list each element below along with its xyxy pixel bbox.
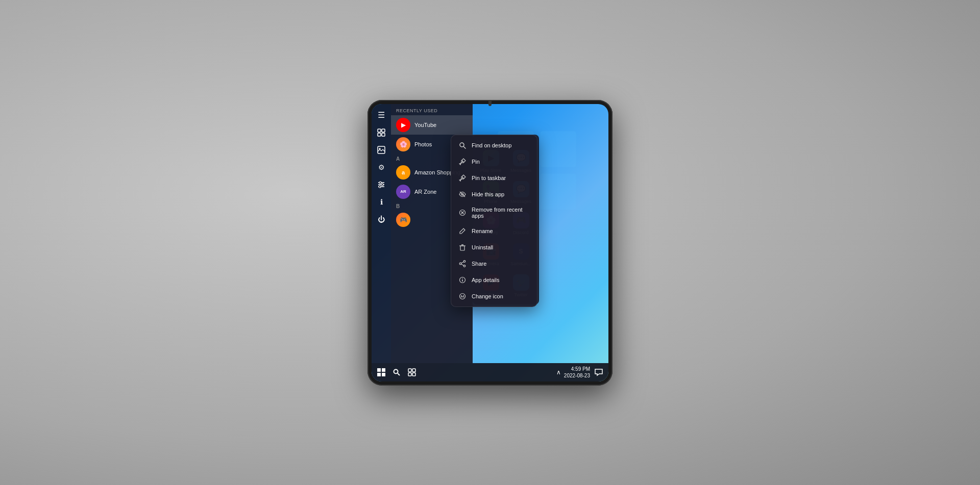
find-icon <box>458 141 467 149</box>
photos-icon: 🌸 <box>396 137 410 151</box>
pin-taskbar-icon <box>458 174 467 182</box>
context-pin-taskbar-label: Pin to taskbar <box>472 175 506 181</box>
arzone-icon: AR <box>396 185 410 199</box>
date-display: 2022-08-23 <box>564 372 590 379</box>
b-item-icon: 🎮 <box>396 213 410 227</box>
amazon-icon: a <box>396 165 410 180</box>
svg-point-41 <box>394 369 398 373</box>
youtube-label: YouTube <box>414 122 436 128</box>
svg-line-17 <box>464 146 466 148</box>
svg-line-42 <box>398 373 400 375</box>
svg-line-29 <box>461 262 464 263</box>
context-share[interactable]: Share <box>451 256 537 272</box>
pin-icon <box>458 158 467 166</box>
windows-button[interactable] <box>376 367 387 378</box>
change-icon-icon <box>458 292 467 300</box>
svg-point-14 <box>381 184 383 186</box>
app-list-item-youtube[interactable]: ▶ YouTube <box>391 115 473 135</box>
context-pin-label: Pin <box>472 159 480 165</box>
svg-point-16 <box>460 143 464 147</box>
context-hide[interactable]: Hide this app <box>451 186 537 202</box>
svg-rect-44 <box>412 369 415 372</box>
youtube-icon: ▶ <box>396 118 410 132</box>
svg-rect-45 <box>408 373 411 376</box>
uninstall-icon <box>458 243 467 251</box>
context-uninstall-label: Uninstall <box>472 244 493 250</box>
context-remove-label: Remove from recent apps <box>472 207 530 219</box>
info-icon <box>458 276 467 284</box>
drawer-gallery-icon[interactable] <box>374 143 388 157</box>
taskbar-datetime: 4:59 PM 2022-08-23 <box>564 366 590 379</box>
svg-point-28 <box>459 263 461 265</box>
svg-rect-3 <box>540 173 576 209</box>
context-hide-label: Hide this app <box>472 191 504 197</box>
phone-screen: ☰ ⚙ ℹ ⏻ Recently used ▶ <box>372 104 608 381</box>
time-display: 4:59 PM <box>564 366 590 372</box>
drawer-sliders-icon[interactable] <box>374 177 388 192</box>
svg-rect-1 <box>540 131 576 167</box>
arzone-label: AR Zone <box>414 189 436 195</box>
svg-point-34 <box>460 293 465 299</box>
drawer-settings-icon[interactable]: ⚙ <box>374 160 388 174</box>
phone-hinge <box>488 100 492 106</box>
svg-line-30 <box>461 264 464 265</box>
taskbar-left <box>376 367 418 378</box>
app-drawer: ☰ ⚙ ℹ ⏻ <box>372 104 391 363</box>
phone-wrapper: ☰ ⚙ ℹ ⏻ Recently used ▶ <box>368 100 612 386</box>
context-change-icon[interactable]: Change icon <box>451 288 537 304</box>
svg-rect-46 <box>412 373 415 376</box>
context-remove-recent[interactable]: Remove from recent apps <box>451 202 537 223</box>
rename-icon <box>458 227 467 235</box>
taskbar: ∧ 4:59 PM 2022-08-23 <box>372 363 608 381</box>
phone-device: ☰ ⚙ ℹ ⏻ Recently used ▶ <box>368 100 612 386</box>
svg-point-33 <box>462 278 463 279</box>
svg-point-36 <box>463 295 464 296</box>
context-uninstall[interactable]: Uninstall <box>451 239 537 256</box>
context-change-icon-label: Change icon <box>472 293 503 299</box>
chat-button[interactable] <box>593 367 604 378</box>
context-app-details[interactable]: App details <box>451 272 537 288</box>
photos-label: Photos <box>414 141 432 147</box>
svg-rect-8 <box>378 146 385 154</box>
svg-point-15 <box>379 186 381 188</box>
svg-rect-38 <box>382 368 385 372</box>
recently-used-header: Recently used <box>391 104 473 115</box>
svg-rect-6 <box>378 133 381 136</box>
svg-rect-39 <box>377 373 381 376</box>
drawer-menu-icon[interactable]: ☰ <box>374 108 388 122</box>
svg-point-27 <box>463 265 465 267</box>
hide-icon <box>458 190 467 198</box>
drawer-multitask-icon[interactable] <box>374 125 388 140</box>
svg-rect-37 <box>377 368 381 372</box>
context-rename-label: Rename <box>472 228 493 234</box>
svg-rect-7 <box>382 133 385 136</box>
context-rename[interactable]: Rename <box>451 223 537 239</box>
svg-rect-4 <box>378 129 381 132</box>
share-icon <box>458 260 467 268</box>
context-find-on-desktop[interactable]: Find on desktop <box>451 137 537 154</box>
context-pin-taskbar[interactable]: Pin to taskbar <box>451 170 537 186</box>
task-view-button[interactable] <box>406 367 418 378</box>
remove-icon <box>458 209 467 217</box>
context-pin[interactable]: Pin <box>451 154 537 170</box>
drawer-power-icon[interactable]: ⏻ <box>374 212 388 226</box>
svg-point-26 <box>463 260 465 262</box>
search-button[interactable] <box>391 367 402 378</box>
svg-point-13 <box>379 182 381 184</box>
svg-rect-5 <box>382 129 385 132</box>
context-find-label: Find on desktop <box>472 142 511 148</box>
svg-rect-40 <box>382 373 385 376</box>
context-share-label: Share <box>472 261 486 267</box>
taskbar-right: ∧ 4:59 PM 2022-08-23 <box>556 366 604 379</box>
taskbar-sys-icons: ∧ <box>556 369 561 376</box>
context-menu: Find on desktop Pin Pin to taskbar <box>451 135 537 307</box>
context-app-details-label: App details <box>472 277 499 283</box>
svg-point-35 <box>461 295 462 296</box>
svg-rect-23 <box>460 246 464 250</box>
svg-rect-43 <box>408 369 411 372</box>
drawer-info-icon[interactable]: ℹ <box>374 195 388 209</box>
notification-chevron[interactable]: ∧ <box>556 369 561 376</box>
